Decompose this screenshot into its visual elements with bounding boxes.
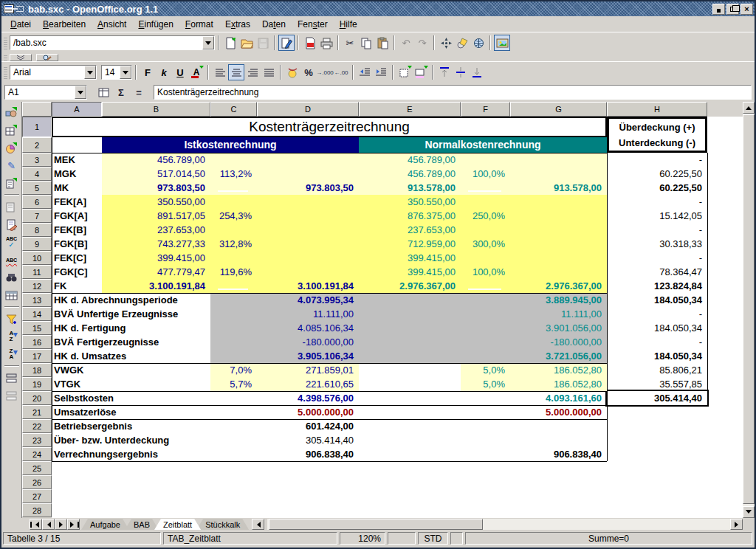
cell-D20[interactable]: 4.398.576,00 xyxy=(257,391,359,405)
name-box-dropdown[interactable] xyxy=(75,86,86,99)
vertical-scrollbar[interactable] xyxy=(743,102,755,518)
cell-H11[interactable]: 78.364,47 xyxy=(607,265,707,279)
next-sheet-button[interactable] xyxy=(55,519,67,530)
number-format-percent-button[interactable]: % xyxy=(300,64,317,80)
row-header-23[interactable]: 23 xyxy=(22,433,52,447)
row-header-19[interactable]: 19 xyxy=(22,377,52,391)
menu-daten[interactable]: Daten xyxy=(256,18,292,31)
gallery-button[interactable] xyxy=(494,35,510,51)
insert-chart-button[interactable] xyxy=(3,139,21,156)
row-header-14[interactable]: 14 xyxy=(22,307,52,321)
toolbar-grip[interactable] xyxy=(4,55,7,61)
col-header-H[interactable]: H xyxy=(607,102,707,117)
menu-format[interactable]: Format xyxy=(179,18,219,31)
name-box-value[interactable]: A1 xyxy=(5,87,75,97)
cell-C11[interactable]: 119,6% xyxy=(210,265,257,279)
cell-G12[interactable]: 2.976.367,00 xyxy=(510,279,607,293)
row-header-4[interactable]: 4 xyxy=(22,167,52,181)
cell-F19[interactable]: 5,0% xyxy=(461,377,510,391)
scroll-right-button[interactable] xyxy=(730,519,743,530)
cell-B11[interactable]: 477.779,47 xyxy=(102,265,210,279)
row-label-17[interactable]: HK d. Umsatzes xyxy=(52,349,208,363)
add-decimal-button[interactable]: →.000 xyxy=(317,64,333,80)
font-name-combo[interactable]: Arial xyxy=(10,65,97,80)
cell-H18[interactable]: 85.806,21 xyxy=(607,363,707,377)
horizontal-scrollbar[interactable] xyxy=(267,519,730,530)
align-vcenter-button[interactable] xyxy=(453,64,469,80)
cell-H10[interactable]: - xyxy=(607,251,707,265)
font-name-dropdown[interactable] xyxy=(84,66,96,79)
row-header-2[interactable]: 2 xyxy=(22,137,52,153)
col-header-D[interactable]: D xyxy=(257,102,359,117)
menu-hilfe[interactable]: Hilfe xyxy=(334,18,363,31)
cell-B8[interactable]: 237.653,00 xyxy=(102,223,210,237)
cell-D14[interactable]: 11.111,00 xyxy=(257,307,359,321)
row-header-12[interactable]: 12 xyxy=(22,279,52,293)
menu-fenster[interactable]: Fenster xyxy=(292,18,334,31)
cut-button[interactable]: ✂ xyxy=(342,35,358,51)
menu-datei[interactable]: Datei xyxy=(4,18,37,31)
spellcheck-button[interactable]: ABC✓ xyxy=(3,233,21,251)
cell-G21[interactable]: 5.000.000,00 xyxy=(510,405,607,419)
zoom-field[interactable]: 120% xyxy=(340,532,385,545)
draw-functions-button[interactable]: ✎ xyxy=(3,156,21,174)
cell-D23[interactable]: 305.414,40 xyxy=(257,433,359,447)
cell-G14[interactable]: 11.111,00 xyxy=(510,307,607,321)
number-format-currency-button[interactable] xyxy=(284,64,300,80)
font-name-value[interactable]: Arial xyxy=(10,67,84,77)
cell-E6[interactable]: 350.550,00 xyxy=(359,195,461,209)
url-dropdown-button[interactable] xyxy=(202,36,214,49)
split-window-button[interactable] xyxy=(3,369,21,387)
cell-overunder-header[interactable]: Überdeckung (+) Unterdeckung (-) xyxy=(607,117,707,153)
prev-sheet-button[interactable] xyxy=(42,519,55,530)
cell-H20[interactable]: 305.414,40 xyxy=(607,391,707,405)
scroll-up-button[interactable] xyxy=(743,102,755,114)
sheet-tab-bab[interactable]: BAB xyxy=(125,519,159,530)
cell-D17[interactable]: 3.905.106,34 xyxy=(257,349,359,363)
row-label-20[interactable]: Selbstkosten xyxy=(52,391,208,405)
sheet-tab-zeitblatt[interactable]: Zeitblatt xyxy=(154,519,201,530)
cell-F18[interactable]: 5,0% xyxy=(461,363,510,377)
close-button[interactable]: × xyxy=(740,4,753,15)
sum-button[interactable]: Σ xyxy=(112,85,130,100)
maximize-button[interactable] xyxy=(726,4,739,15)
row-header-5[interactable]: 5 xyxy=(22,181,52,195)
cell-H16[interactable]: - xyxy=(607,335,707,349)
cell-E8[interactable]: 237.653,00 xyxy=(359,223,461,237)
row-label-15[interactable]: HK d. Fertigung xyxy=(52,321,208,335)
cell-H15[interactable]: 184.050,34 xyxy=(607,321,707,335)
col-header-C[interactable]: C xyxy=(210,102,257,117)
align-center-button[interactable] xyxy=(228,64,244,80)
cell-F9[interactable]: 300,0% xyxy=(461,237,510,251)
bold-button[interactable]: F xyxy=(140,64,156,80)
row-header-8[interactable]: 8 xyxy=(22,223,52,237)
function-button[interactable]: = xyxy=(130,85,148,100)
cell-H19[interactable]: 35.557,85 xyxy=(607,377,707,391)
col-header-G[interactable]: G xyxy=(510,102,607,117)
cell-E10[interactable]: 399.415,00 xyxy=(359,251,461,265)
cell-B9[interactable]: 743.277,33 xyxy=(102,237,210,251)
last-sheet-button[interactable] xyxy=(67,519,80,530)
delete-decimal-button[interactable]: ←.00 xyxy=(333,64,349,80)
cell-H3[interactable]: - xyxy=(607,153,707,167)
sheet-canvas[interactable]: Kostenträgerzeitrechnung Istkostenrechnu… xyxy=(52,117,743,518)
cell-C9[interactable]: 312,8% xyxy=(210,237,257,251)
new-document-button[interactable] xyxy=(222,35,238,51)
cell-H9[interactable]: 30.318,33 xyxy=(607,237,707,251)
borders-button[interactable] xyxy=(396,64,413,80)
modified-flag-field[interactable] xyxy=(450,532,463,545)
align-justify-button[interactable] xyxy=(261,64,277,80)
cell-normal-header[interactable]: Normalkostenrechnung xyxy=(359,137,607,153)
row-header-3[interactable]: 3 xyxy=(22,153,52,167)
sheet-name-field[interactable]: TAB_Zeitblatt xyxy=(163,532,337,545)
form-functions-button[interactable] xyxy=(3,174,21,192)
cell-G16[interactable]: -180.000,00 xyxy=(510,335,607,349)
row-header-26[interactable]: 26 xyxy=(22,475,52,489)
increase-indent-button[interactable] xyxy=(373,64,389,80)
cell-E4[interactable]: 456.789,00 xyxy=(359,167,461,181)
cell-G13[interactable]: 3.889.945,00 xyxy=(510,293,607,307)
row-header-24[interactable]: 24 xyxy=(22,447,52,461)
collapsed-widget-chevron[interactable] xyxy=(10,54,32,61)
cell-D5[interactable]: 973.803,50 xyxy=(257,181,359,195)
cell-C4[interactable]: 113,2% xyxy=(210,167,257,181)
